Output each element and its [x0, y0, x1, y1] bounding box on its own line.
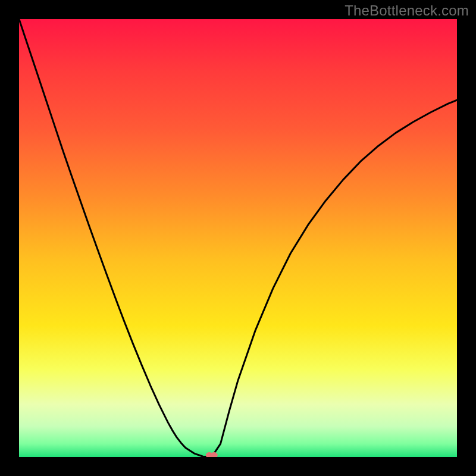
chart-svg: [19, 19, 457, 457]
chart-frame: TheBottleneck.com: [0, 0, 476, 476]
gradient-background: [19, 19, 457, 457]
plot-area: [19, 19, 457, 457]
watermark-text: TheBottleneck.com: [345, 2, 469, 19]
